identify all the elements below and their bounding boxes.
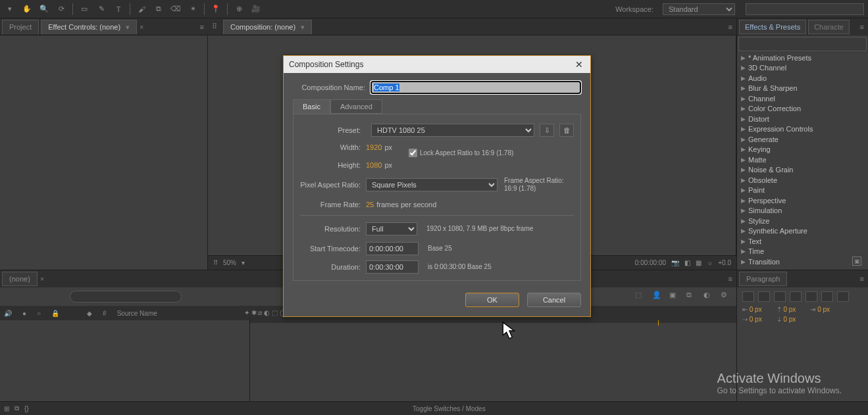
time-indicator[interactable] bbox=[658, 320, 659, 326]
effects-category[interactable]: ▶Channel bbox=[737, 93, 868, 104]
effects-category[interactable]: ▶Synthetic Aperture bbox=[737, 226, 868, 237]
roto-tool-icon[interactable]: ✴ bbox=[187, 3, 199, 15]
axis-tool-icon[interactable]: ⊕ bbox=[233, 3, 245, 15]
effects-category[interactable]: ▶Paint bbox=[737, 185, 868, 196]
dropdown-icon[interactable]: ▾ bbox=[298, 23, 305, 32]
timeline-ruler[interactable] bbox=[250, 320, 736, 401]
panel-menu-icon[interactable]: ≡ bbox=[856, 275, 868, 283]
effects-category[interactable]: ▶Simulation bbox=[737, 206, 868, 216]
cancel-button[interactable]: Cancel bbox=[527, 293, 581, 307]
effects-category[interactable]: ▶Distort bbox=[737, 114, 868, 124]
effects-category[interactable]: ▶Keying bbox=[737, 145, 868, 155]
panel-menu-icon[interactable]: ≡ bbox=[725, 23, 736, 31]
save-preset-icon[interactable]: ⇩ bbox=[540, 124, 554, 137]
dropdown-icon[interactable]: ▾ bbox=[123, 23, 130, 32]
close-icon[interactable]: ✕ bbox=[573, 59, 585, 70]
viewer-grip-icon[interactable]: ⠿ bbox=[213, 259, 218, 266]
justify-last-left-button[interactable] bbox=[790, 291, 802, 302]
justify-all-button[interactable] bbox=[837, 291, 849, 302]
rect-tool-icon[interactable]: ▭ bbox=[78, 3, 90, 15]
composition-name-input[interactable] bbox=[370, 81, 581, 94]
delete-preset-icon[interactable]: 🗑 bbox=[559, 124, 574, 137]
render-icon[interactable]: ⧉ bbox=[14, 404, 19, 412]
space-after-value[interactable]: 0 px bbox=[783, 316, 796, 323]
pen-tool-icon[interactable]: ✎ bbox=[95, 3, 107, 15]
effects-category[interactable]: ▶Audio bbox=[737, 73, 868, 84]
effects-category[interactable]: ▶Noise & Grain bbox=[737, 165, 868, 176]
par-select[interactable]: Square Pixels bbox=[366, 178, 498, 191]
help-search-input[interactable] bbox=[746, 3, 864, 15]
rotate-tool-icon[interactable]: ⟳ bbox=[55, 3, 67, 15]
justify-last-right-button[interactable] bbox=[821, 291, 833, 302]
align-left-button[interactable] bbox=[742, 291, 754, 302]
effects-category[interactable]: ▶Obsolete bbox=[737, 175, 868, 185]
type-tool-icon[interactable]: T bbox=[113, 3, 124, 15]
effects-category[interactable]: ▶Transition bbox=[737, 256, 868, 267]
dropdown-icon[interactable]: ▾ bbox=[242, 259, 245, 266]
indent-right-value[interactable]: 0 px bbox=[817, 306, 830, 313]
timecode-readout[interactable]: 0:00:00:00 bbox=[635, 259, 666, 266]
tab-project[interactable]: Project bbox=[2, 20, 39, 34]
space-before-value[interactable]: 0 px bbox=[783, 306, 796, 313]
effects-category[interactable]: ▶* Animation Presets bbox=[737, 53, 868, 63]
justify-last-center-button[interactable] bbox=[805, 291, 817, 302]
graph-icon[interactable]: ⬚ bbox=[635, 291, 647, 303]
effects-category[interactable]: ▶Color Correction bbox=[737, 104, 868, 114]
duration-input[interactable] bbox=[366, 260, 419, 274]
eraser-tool-icon[interactable]: ⌫ bbox=[170, 3, 182, 15]
exposure-readout[interactable]: +0.0 bbox=[718, 259, 731, 266]
effects-category[interactable]: ▶Time bbox=[737, 247, 868, 257]
effects-category[interactable]: ▶Generate bbox=[737, 134, 868, 145]
align-right-button[interactable] bbox=[774, 291, 786, 302]
lock-icon[interactable]: 🔒 bbox=[51, 310, 59, 317]
effects-category[interactable]: ▶Blur & Sharpen bbox=[737, 84, 868, 94]
camera-tool-icon[interactable]: 🎥 bbox=[250, 3, 262, 15]
indent-left-value[interactable]: 0 px bbox=[750, 306, 762, 313]
source-name-header[interactable]: Source Name bbox=[117, 310, 157, 317]
zoom-tool-icon[interactable]: 🔍 bbox=[38, 3, 50, 15]
panel-menu-icon[interactable]: ≡ bbox=[856, 23, 868, 31]
solo-icon[interactable]: ○ bbox=[37, 310, 41, 317]
label-icon[interactable]: ◆ bbox=[87, 310, 92, 317]
eye-icon[interactable]: ● bbox=[22, 310, 26, 317]
audio-icon[interactable]: 🔊 bbox=[4, 310, 12, 317]
hand-tool-icon[interactable]: ✋ bbox=[21, 3, 33, 15]
layer-search-input[interactable] bbox=[70, 291, 182, 303]
stamp-tool-icon[interactable]: ⧉ bbox=[153, 3, 165, 15]
dialog-titlebar[interactable]: Composition Settings ✕ bbox=[284, 56, 590, 73]
tab-character[interactable]: Characte bbox=[808, 20, 850, 34]
align-center-button[interactable] bbox=[758, 291, 770, 302]
height-value[interactable]: 1080 bbox=[366, 161, 382, 169]
effects-category[interactable]: ▶Matte bbox=[737, 155, 868, 165]
snapshot-icon[interactable]: 📷 bbox=[671, 259, 679, 266]
panel-menu-icon[interactable]: ≡ bbox=[725, 275, 736, 283]
effects-category[interactable]: ▶3D Channel bbox=[737, 63, 868, 74]
frameblend-icon[interactable]: ⧉ bbox=[686, 291, 698, 303]
effects-search-input[interactable] bbox=[738, 37, 867, 51]
brackets-icon[interactable]: {} bbox=[24, 405, 29, 412]
draft3d-icon[interactable]: ▣ bbox=[669, 291, 681, 303]
effects-category[interactable]: ▶Perspective bbox=[737, 195, 868, 206]
close-icon[interactable]: × bbox=[137, 23, 146, 31]
brainstorm-icon[interactable]: ⚙ bbox=[721, 291, 732, 303]
tab-advanced[interactable]: Advanced bbox=[330, 99, 382, 114]
resolution-select[interactable]: Full bbox=[366, 222, 417, 235]
preset-select[interactable]: HDTV 1080 25 bbox=[371, 124, 534, 137]
shy-icon[interactable]: 👤 bbox=[652, 291, 664, 303]
effects-category[interactable]: ▶Stylize bbox=[737, 216, 868, 226]
close-icon[interactable]: × bbox=[38, 275, 47, 283]
ok-button[interactable]: OK bbox=[465, 293, 519, 307]
frame-rate-value[interactable]: 25 bbox=[366, 201, 374, 208]
motionblur-icon[interactable]: ◐ bbox=[703, 291, 715, 303]
toggle-switches-modes-button[interactable]: Toggle Switches / Modes bbox=[413, 405, 486, 412]
effects-category[interactable]: ▶Text bbox=[737, 236, 868, 247]
channel-icon[interactable]: ◧ bbox=[684, 259, 690, 266]
grid-icon[interactable]: ▦ bbox=[696, 259, 702, 266]
start-timecode-input[interactable] bbox=[366, 242, 419, 255]
new-bin-icon[interactable]: ▣ bbox=[852, 256, 861, 266]
lock-aspect-checkbox[interactable] bbox=[409, 149, 417, 157]
panel-menu-icon[interactable]: ≡ bbox=[196, 23, 208, 31]
tab-composition[interactable]: Composition: (none)▾ bbox=[223, 20, 312, 34]
selection-tool-icon[interactable]: ▾ bbox=[4, 3, 16, 15]
zoom-readout[interactable]: 50% bbox=[223, 259, 236, 266]
